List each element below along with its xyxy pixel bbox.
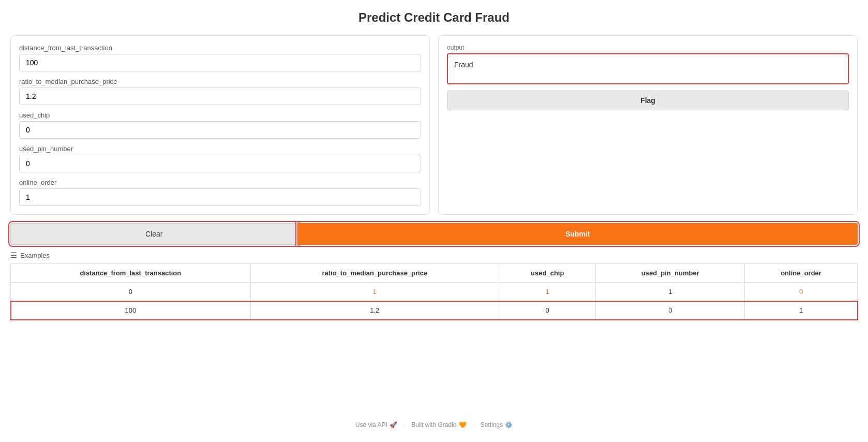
label-ratio: ratio_to_median_purchase_price xyxy=(19,78,421,85)
input-online[interactable] xyxy=(19,188,421,206)
examples-header: ☰ Examples xyxy=(10,251,858,259)
output-box: Fraud xyxy=(447,53,849,84)
field-group-pin: used_pin_number xyxy=(19,145,421,172)
cell-online-1: 1 xyxy=(745,301,858,320)
clear-button[interactable]: Clear xyxy=(10,223,297,245)
label-online: online_order xyxy=(19,179,421,186)
field-group-chip: used_chip xyxy=(19,111,421,139)
page-title: Predict Credit Card Fraud xyxy=(358,10,510,25)
examples-icon: ☰ xyxy=(10,251,17,259)
flag-button[interactable]: Flag xyxy=(447,91,849,110)
output-label: output xyxy=(447,44,849,51)
cell-pin-0: 1 xyxy=(596,283,745,301)
footer-dot-1: · xyxy=(403,421,405,429)
input-chip[interactable] xyxy=(19,121,421,139)
footer: Use via API 🚀 · Built with Gradio 🧡 · Se… xyxy=(347,413,521,437)
col-header-online: online_order xyxy=(745,264,858,283)
gradio-icon: 🧡 xyxy=(459,421,467,429)
api-link[interactable]: Use via API 🚀 xyxy=(355,421,397,429)
action-buttons: Clear Submit xyxy=(10,223,858,245)
examples-section: ☰ Examples distance_from_last_transactio… xyxy=(10,251,858,320)
label-distance: distance_from_last_transaction xyxy=(19,44,421,52)
output-value: Fraud xyxy=(454,61,473,69)
output-panel: output Fraud Flag xyxy=(438,35,858,215)
table-row-highlighted[interactable]: 100 1.2 0 0 1 xyxy=(11,301,858,320)
output-section: output Fraud xyxy=(447,44,849,84)
gear-icon: ⚙️ xyxy=(505,421,513,429)
input-pin[interactable] xyxy=(19,155,421,172)
footer-dot-2: · xyxy=(473,421,474,429)
table-row[interactable]: 0 1 1 1 0 xyxy=(11,283,858,301)
submit-button[interactable]: Submit xyxy=(297,223,858,245)
input-ratio[interactable] xyxy=(19,87,421,105)
cell-ratio-link-0[interactable]: 1 xyxy=(373,288,377,296)
col-header-chip: used_chip xyxy=(499,264,596,283)
api-text: Use via API xyxy=(355,421,387,429)
cell-pin-1: 0 xyxy=(596,301,745,320)
cell-distance-1: 100 xyxy=(11,301,251,320)
rocket-icon: 🚀 xyxy=(390,421,397,429)
gradio-link[interactable]: Built with Gradio 🧡 xyxy=(411,421,466,429)
col-header-distance: distance_from_last_transaction xyxy=(11,264,251,283)
cell-distance-0: 0 xyxy=(11,283,251,301)
input-panel: distance_from_last_transaction ratio_to_… xyxy=(10,35,430,215)
field-group-distance: distance_from_last_transaction xyxy=(19,44,421,71)
field-group-online: online_order xyxy=(19,179,421,206)
cell-chip-link-0[interactable]: 1 xyxy=(546,288,549,296)
col-header-pin: used_pin_number xyxy=(596,264,745,283)
cell-online-link-0[interactable]: 0 xyxy=(799,288,803,296)
cell-ratio-0: 1 xyxy=(250,283,499,301)
examples-table: distance_from_last_transaction ratio_to_… xyxy=(10,263,858,320)
col-header-ratio: ratio_to_median_purchase_price xyxy=(250,264,499,283)
settings-link[interactable]: Settings ⚙️ xyxy=(481,421,513,429)
cell-ratio-1: 1.2 xyxy=(250,301,499,320)
examples-label: Examples xyxy=(20,252,50,259)
label-chip: used_chip xyxy=(19,111,421,119)
settings-text: Settings xyxy=(481,421,503,429)
input-distance[interactable] xyxy=(19,54,421,71)
label-pin: used_pin_number xyxy=(19,145,421,153)
field-group-ratio: ratio_to_median_purchase_price xyxy=(19,78,421,105)
gradio-text: Built with Gradio xyxy=(411,421,456,429)
cell-online-0: 0 xyxy=(745,283,858,301)
cell-chip-0: 1 xyxy=(499,283,596,301)
cell-chip-1: 0 xyxy=(499,301,596,320)
